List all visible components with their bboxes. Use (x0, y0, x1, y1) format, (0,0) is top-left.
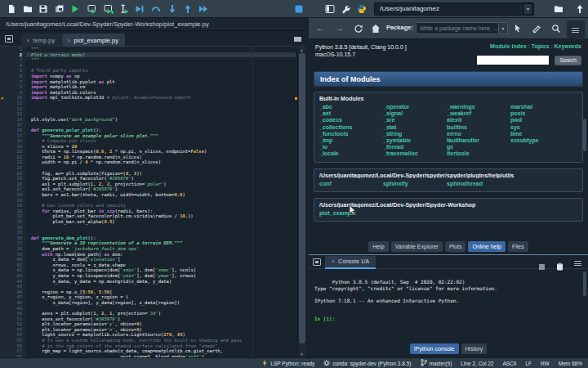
module-link[interactable]: builtins (447, 124, 510, 131)
module-link[interactable]: _signal (383, 110, 447, 117)
help-scrollbar-thumb[interactable] (583, 119, 586, 151)
module-link[interactable]: conf (319, 181, 383, 187)
help-options-menu-icon[interactable] (572, 28, 579, 29)
module-link[interactable]: _string (383, 131, 447, 137)
run-file-icon[interactable] (70, 4, 80, 14)
module-link[interactable]: _tracemalloc (383, 150, 447, 157)
editor-scrollbar-thumb[interactable] (299, 53, 305, 343)
code-editor[interactable]: 123456789▲101112131415161718192021222324… (0, 47, 305, 357)
run-cell-icon[interactable] (87, 4, 97, 14)
debug-continue-icon[interactable] (198, 4, 208, 14)
module-link[interactable]: _symtable (383, 137, 447, 144)
search-button[interactable]: Search (555, 56, 581, 65)
run-cell-advance-icon[interactable] (104, 4, 114, 14)
step-over-icon[interactable] (151, 4, 161, 14)
console-scrollbar[interactable] (582, 272, 587, 342)
tab-variable-explorer[interactable]: Variable Explorer (391, 241, 443, 252)
module-link[interactable]: _warnings (447, 104, 510, 110)
tab-history[interactable]: History (461, 343, 488, 354)
module-link[interactable]: itertools (447, 150, 510, 157)
module-link[interactable]: _stat (383, 124, 447, 131)
scroll-up-arrow[interactable]: ▲ (300, 47, 304, 52)
new-file-icon[interactable] (7, 4, 16, 14)
status-lsp-python[interactable]: LSP Python: ready (261, 360, 314, 367)
forward-icon[interactable]: → (334, 24, 344, 34)
module-link[interactable]: _operator (383, 104, 447, 110)
editor-code-area[interactable]: """Plot a terrain model"""# Third party … (26, 47, 296, 357)
status-ascii[interactable]: ASCII (502, 361, 516, 366)
debug-file-icon[interactable] (135, 4, 145, 14)
module-link[interactable]: _imp (319, 137, 383, 144)
tab-files[interactable]: Files (508, 241, 528, 252)
module-link[interactable]: _weakref (447, 110, 510, 117)
module-link[interactable]: _io (319, 144, 383, 150)
module-link[interactable]: sys (510, 124, 574, 131)
tab-plots[interactable]: Plots (445, 241, 466, 252)
console-tab[interactable]: ×Console 1/A (325, 256, 376, 269)
help-scrollbar[interactable] (582, 41, 587, 237)
pointer-select-icon[interactable] (513, 24, 523, 34)
module-link[interactable]: sphinxthread (447, 181, 510, 187)
module-link[interactable]: _sre (383, 117, 447, 123)
close-tab-icon[interactable]: × (26, 38, 29, 43)
tab-online-help[interactable]: Online help (468, 241, 505, 252)
status-line-2-col-22[interactable]: Line 2, Col 22 (461, 361, 493, 366)
step-return-icon[interactable] (183, 4, 193, 14)
step-into-icon[interactable] (167, 4, 177, 14)
module-link[interactable]: _locale (319, 150, 383, 157)
status-rw[interactable]: RW (541, 361, 550, 366)
console-options-menu-icon[interactable] (574, 261, 581, 262)
cwd-dropdown-button[interactable]: ▾ (523, 3, 532, 15)
maximize-pane-icon[interactable] (325, 4, 335, 14)
search-icon[interactable] (551, 24, 561, 34)
module-link[interactable]: sphinxify (383, 181, 447, 187)
module-link[interactable]: posix (510, 110, 574, 117)
stop-icon[interactable] (294, 4, 304, 14)
open-file-icon[interactable] (23, 4, 33, 14)
module-link[interactable]: _thread (383, 144, 447, 150)
module-search-input[interactable] (477, 56, 549, 65)
package-name-input[interactable]: Write a package name here, ... (416, 22, 499, 34)
parent-directory-icon[interactable] (575, 4, 585, 14)
browse-directory-icon[interactable] (554, 4, 564, 14)
python-path-manager-icon[interactable] (357, 4, 367, 14)
module-link[interactable]: _ast (319, 110, 383, 117)
module-link[interactable]: _codecs (319, 117, 383, 123)
module-link[interactable]: atexit (447, 117, 510, 123)
console-browse-tabs-icon[interactable] (313, 258, 321, 266)
module-link[interactable]: xxsubtype (510, 137, 574, 144)
editor-scrollbar[interactable]: ▲ ▼ (297, 47, 305, 357)
module-index-link[interactable]: Module Index (490, 43, 527, 49)
close-tab-icon[interactable]: × (67, 38, 70, 43)
topics-link[interactable]: Topics (532, 43, 550, 49)
clear-icon[interactable] (532, 24, 541, 34)
console-output[interactable]: Python 3.8.5 (default, Sep 4 2020, 02:22… (309, 270, 588, 343)
browse-tabs-icon[interactable] (5, 35, 13, 43)
tab-ipython-console[interactable]: IPython console (410, 343, 459, 354)
module-link[interactable]: _collections (319, 124, 383, 131)
module-link[interactable]: gc (447, 144, 510, 150)
reload-icon[interactable] (354, 24, 363, 34)
keywords-link[interactable]: Keywords (555, 43, 581, 49)
working-directory-input[interactable]: /Users/juanitagomez (374, 2, 534, 16)
scroll-down-arrow[interactable]: ▼ (300, 352, 304, 357)
console-scrollbar-thumb[interactable] (583, 272, 586, 296)
module-link[interactable]: _abc (319, 104, 383, 110)
home-icon[interactable] (371, 24, 381, 34)
back-icon[interactable]: ← (315, 24, 325, 34)
status-conda[interactable]: conda: spyder-dev (Python 3.8.5) (323, 360, 411, 367)
module-link[interactable]: time (510, 131, 574, 137)
status-lf[interactable]: LF (525, 361, 532, 366)
status-mem-68-[interactable]: Mem 68% (559, 361, 582, 366)
run-selection-icon[interactable] (119, 4, 129, 14)
preferences-wrench-icon[interactable] (341, 4, 350, 14)
module-link[interactable]: faulthandler (447, 137, 510, 144)
module-link[interactable]: _functools (319, 131, 383, 137)
save-all-icon[interactable] (55, 4, 65, 14)
module-link[interactable]: errno (447, 131, 510, 137)
status-master-9-[interactable]: master(9) (421, 359, 452, 367)
tab-help[interactable]: Help (368, 241, 388, 252)
save-icon[interactable] (38, 4, 48, 14)
editor-options-menu-icon[interactable] (294, 37, 301, 42)
package-dropdown-button[interactable]: ▾ (499, 22, 508, 34)
